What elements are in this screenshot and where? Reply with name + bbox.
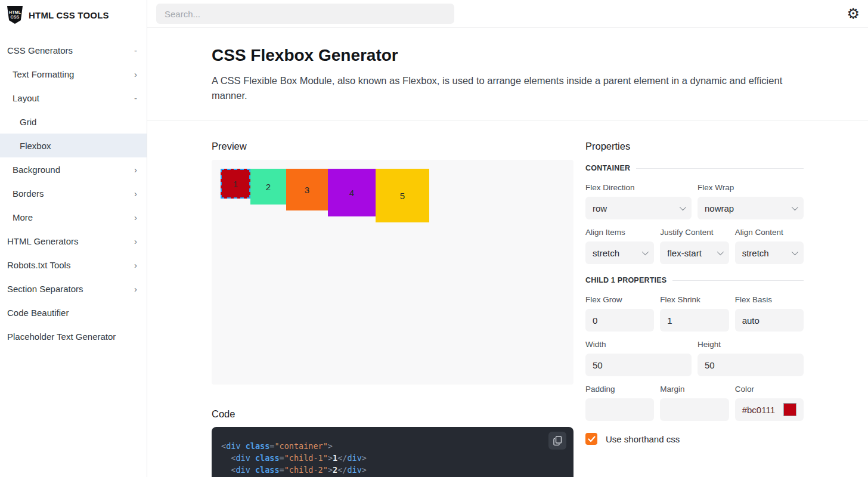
sidebar-item-placeholder-text-generator[interactable]: Placeholder Text Generator [0,324,147,348]
preview-heading: Preview [212,141,574,152]
field-label: Margin [660,385,728,394]
color-value: #bc0111 [742,405,775,415]
prop-row: Flex DirectionrowFlex Wrapnowrap [585,183,804,219]
code-heading: Code [212,408,574,420]
preview-panel: 12345 [212,160,574,385]
preview-box-label: 2 [266,182,271,192]
preview-box-5[interactable]: 5 [376,169,429,222]
shorthand-label: Use shorthand css [606,434,680,444]
field-justify-content: Justify Contentflex-start [660,228,728,264]
brand[interactable]: HTML CSS HTML CSS TOOLS [0,0,147,30]
copy-button[interactable] [548,432,566,450]
left-column: Preview 12345 Code <div class="container… [212,141,574,477]
page-title: CSS Flexbox Generator [212,46,804,65]
width-input[interactable]: 50 [585,354,692,376]
chevron-down-icon [792,249,798,255]
collapse-indicator: - [134,93,137,103]
select-value: row [593,203,607,213]
sidebar-item-text-formatting[interactable]: Text Formatting› [0,62,147,86]
brand-logo-line1: HTML [9,10,21,15]
sidebar-item-label: Code Beautifier [7,308,69,318]
properties-heading: Properties [585,141,804,152]
flex-grow-input[interactable]: 0 [585,309,654,332]
sidebar-item-flexbox[interactable]: Flexbox [0,134,147,157]
sidebar-item-grid[interactable]: Grid [0,110,147,134]
prop-section-header: CONTAINER [585,164,804,172]
align-content-select[interactable]: stretch [735,241,804,264]
preview-box-label: 5 [400,191,405,201]
chevron-right-icon: › [134,165,137,175]
intro: CSS Flexbox Generator A CSS Flexible Box… [212,28,804,103]
sidebar-item-html-generators[interactable]: HTML Generators› [0,229,147,253]
sidebar-item-css-generators[interactable]: CSS Generators- [0,38,147,62]
preview-box-1[interactable]: 1 [221,169,250,199]
field-margin: Margin [660,385,728,421]
field-label: Flex Basis [735,295,804,304]
sidebar-item-label: Text Formatting [13,69,74,79]
color-input[interactable]: #bc0111 [735,398,804,421]
sidebar-item-background[interactable]: Background› [0,157,147,181]
prop-row: Flex Grow0Flex Shrink1Flex Basisauto [585,295,804,332]
gear-icon[interactable]: ⚙ [847,7,860,21]
collapse-indicator: - [134,45,137,55]
input-value: auto [742,315,760,326]
chevron-right-icon: › [134,212,137,222]
preview-box-label: 4 [349,188,354,198]
content: CSS Flexbox Generator A CSS Flexible Box… [147,28,868,477]
sidebar-item-section-separators[interactable]: Section Separators› [0,277,147,301]
sidebar-nav: CSS Generators-Text Formatting›Layout-Gr… [0,38,147,348]
prop-section-header: CHILD 1 PROPERTIES [585,276,804,284]
field-flex-direction: Flex Directionrow [585,183,692,219]
sidebar-item-label: Background [13,165,60,175]
sidebar-item-label: Grid [20,117,36,127]
copy-icon [553,436,562,446]
chevron-right-icon: › [134,69,137,79]
chevron-right-icon: › [134,236,137,246]
align-items-select[interactable]: stretch [585,241,654,264]
sidebar-item-more[interactable]: More› [0,205,147,229]
prop-section-rule [672,280,804,281]
sidebar-item-code-beautifier[interactable]: Code Beautifier [0,301,147,324]
main: ⚙ CSS Flexbox Generator A CSS Flexible B… [147,0,868,477]
margin-input[interactable] [660,398,728,421]
prop-row: Width50Height50 [585,340,804,376]
chevron-down-icon [717,249,723,255]
code-line: <div class="child-2">2</div> [221,464,564,476]
select-value: flex-start [667,248,702,258]
chevron-right-icon: › [134,260,137,270]
height-input[interactable]: 50 [698,354,804,376]
check-icon [588,436,596,442]
shorthand-checkbox[interactable] [585,433,597,445]
field-align-content: Align Contentstretch [735,228,804,264]
flex-wrap-select[interactable]: nowrap [698,197,804,219]
field-label: Flex Direction [585,183,692,192]
brand-logo-icon: HTML CSS [7,6,23,24]
color-swatch[interactable] [783,403,796,416]
sidebar-item-borders[interactable]: Borders› [0,181,147,205]
search-input[interactable] [156,4,454,24]
sidebar-item-robots-txt-tools[interactable]: Robots.txt Tools› [0,253,147,277]
field-flex-basis: Flex Basisauto [735,295,804,332]
brand-logo-line2: CSS [11,15,20,20]
select-value: stretch [742,248,769,258]
sidebar-item-label: Flexbox [20,141,51,151]
prop-section: CONTAINERFlex DirectionrowFlex Wrapnowra… [585,164,804,264]
padding-input[interactable] [585,398,654,421]
justify-content-select[interactable]: flex-start [660,241,728,264]
preview-box-3[interactable]: 3 [286,169,328,210]
prop-row: Align ItemsstretchJustify Contentflex-st… [585,228,804,264]
field-label: Height [698,340,804,349]
sidebar-item-label: Layout [13,93,39,103]
flex-basis-input[interactable]: auto [735,309,804,332]
preview-box-2[interactable]: 2 [250,169,286,205]
shorthand-row: Use shorthand css [585,433,804,445]
field-width: Width50 [585,340,692,376]
brand-title: HTML CSS TOOLS [29,10,109,20]
sidebar-item-layout[interactable]: Layout- [0,86,147,110]
field-label: Color [735,385,804,394]
sidebar-item-label: Section Separators [7,284,83,294]
flex-direction-select[interactable]: row [585,197,692,219]
preview-box-4[interactable]: 4 [328,169,376,216]
flex-shrink-input[interactable]: 1 [660,309,728,332]
chevron-right-icon: › [134,188,137,199]
